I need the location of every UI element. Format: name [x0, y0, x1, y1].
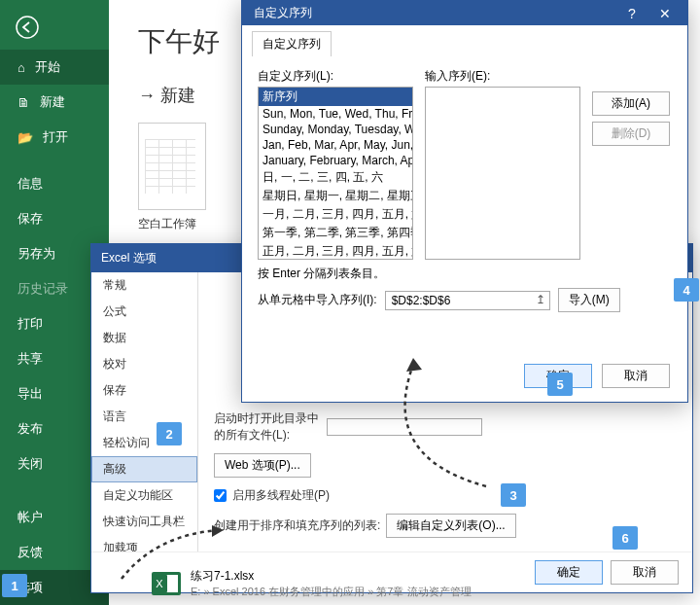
callout-3: 3: [501, 483, 526, 507]
recent-filename: 练习7-1.xlsx: [191, 568, 472, 585]
delete-button[interactable]: 删除(D): [592, 122, 670, 146]
opt-nav-general[interactable]: 常规: [91, 272, 197, 299]
multithread-checkbox[interactable]: [214, 489, 227, 502]
opt-nav-customribbon[interactable]: 自定义功能区: [91, 482, 197, 509]
custom-lists-listbox[interactable]: 新序列 Sun, Mon, Tue, Wed, Thu, Fri, Sat Su…: [258, 87, 413, 260]
home-icon: ⌂: [18, 60, 25, 75]
xlsx-icon: [152, 572, 181, 595]
enter-hint: 按 Enter 分隔列表条目。: [258, 266, 672, 282]
svg-point-0: [17, 17, 38, 38]
list-item[interactable]: Jan, Feb, Mar, Apr, May, Jun, Jul: [259, 137, 412, 153]
list-item[interactable]: 星期日, 星期一, 星期二, 星期三, 星: [259, 187, 412, 205]
opt-nav-data[interactable]: 数据: [91, 325, 197, 351]
edit-custom-lists-button[interactable]: 编辑自定义列表(O)...: [386, 514, 515, 538]
callout-6: 6: [612, 526, 638, 550]
options-nav: 常规 公式 数据 校对 保存 语言 轻松访问 高级 自定义功能区 快速访问工具栏…: [91, 272, 198, 552]
startup-path-input[interactable]: [327, 418, 482, 436]
help-icon[interactable]: ?: [615, 6, 648, 21]
custom-lists-titlebar[interactable]: 自定义序列 ? ✕: [242, 1, 687, 25]
recent-file-item[interactable]: 练习7-1.xlsx E: » Excel 2016 在财务管理中的应用 » 第…: [152, 568, 472, 599]
list-item[interactable]: 第一季, 第二季, 第三季, 第四季: [259, 224, 412, 242]
custom-lists-cancel-button[interactable]: 取消: [602, 364, 670, 388]
custom-lists-dialog: 自定义序列 ? ✕ 自定义序列 自定义序列(L): 新序列 Sun, Mon, …: [241, 0, 688, 403]
callout-1: 1: [2, 574, 27, 597]
list-entries-textarea[interactable]: [425, 87, 580, 260]
add-button[interactable]: 添加(A): [592, 91, 670, 116]
list-item[interactable]: Sunday, Monday, Tuesday, Wed: [259, 122, 412, 137]
list-item[interactable]: 日, 一, 二, 三, 四, 五, 六: [259, 168, 412, 187]
opt-nav-advanced[interactable]: 高级: [91, 456, 197, 482]
multithread-label: 启用多线程处理(P): [232, 487, 330, 504]
open-icon: 📂: [18, 130, 33, 145]
options-cancel-button[interactable]: 取消: [611, 560, 679, 585]
tab-custom-lists[interactable]: 自定义序列: [252, 31, 332, 56]
web-options-button[interactable]: Web 选项(P)...: [214, 453, 311, 478]
callout-5: 5: [547, 373, 573, 396]
list-item[interactable]: 正月, 二月, 三月, 四月, 五月, 六月,: [259, 242, 412, 260]
entries-label: 输入序列(E):: [425, 68, 580, 85]
opt-nav-proofing[interactable]: 校对: [91, 351, 197, 377]
opt-nav-qat[interactable]: 快速访问工具栏: [91, 509, 197, 535]
workbook-thumb-icon: [138, 123, 206, 210]
close-icon[interactable]: ✕: [648, 6, 682, 21]
list-item[interactable]: Sun, Mon, Tue, Wed, Thu, Fri, Sat: [259, 106, 412, 122]
new-icon: 🗎: [18, 95, 30, 110]
sidebar-item-open[interactable]: 📂打开: [0, 120, 109, 155]
list-item[interactable]: 一月, 二月, 三月, 四月, 五月, 六月,: [259, 205, 412, 224]
sidebar-item-home[interactable]: ⌂开始: [0, 50, 109, 85]
sidebar-item-save[interactable]: 保存: [0, 201, 109, 236]
sidebar-item-new[interactable]: 🗎新建: [0, 85, 109, 120]
list-item[interactable]: 新序列: [259, 88, 412, 106]
opt-nav-save[interactable]: 保存: [91, 377, 197, 404]
callout-4: 4: [674, 278, 699, 302]
back-arrow-icon: [16, 16, 39, 39]
sidebar-item-info[interactable]: 信息: [0, 166, 109, 201]
options-ok-button[interactable]: 确定: [535, 560, 603, 585]
import-from-cells-label: 从单元格中导入序列(I):: [258, 292, 377, 308]
custom-lists-tab: 自定义序列: [242, 25, 687, 56]
back-button[interactable]: [0, 8, 109, 50]
opt-nav-formulas[interactable]: 公式: [91, 299, 197, 325]
startup-path-label: 启动时打开此目录中的所有文件(L):: [214, 410, 321, 444]
import-button[interactable]: 导入(M): [558, 288, 620, 312]
editlist-label: 创建用于排序和填充序列的列表:: [214, 517, 380, 534]
callout-2: 2: [157, 422, 182, 445]
list-item[interactable]: January, February, March, April: [259, 153, 412, 168]
import-range-input[interactable]: $D$2:$D$6: [385, 291, 550, 310]
recent-path: E: » Excel 2016 在财务管理中的应用 » 第7章 流动资产管理: [191, 585, 472, 599]
lists-label: 自定义序列(L):: [258, 68, 413, 85]
opt-nav-addins[interactable]: 加载项: [91, 535, 197, 552]
